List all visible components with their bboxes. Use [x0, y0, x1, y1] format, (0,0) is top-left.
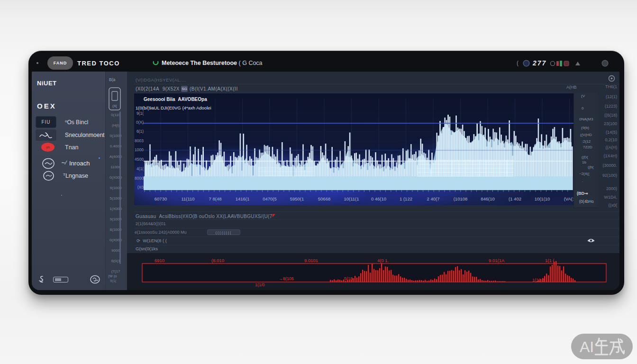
- svg-text:10(1(10: 10(1(10: [535, 196, 550, 201]
- svg-text:1(10 8: 1(10 8: [532, 278, 545, 282]
- svg-text:50668: 50668: [318, 196, 330, 201]
- svg-text:9.01(1A: 9.01(1A: [489, 258, 505, 263]
- svg-text:10(11(1: 10(11(1: [344, 196, 359, 201]
- svg-text:846(10: 846(10: [481, 196, 495, 201]
- svg-text:8003: 8003: [135, 138, 144, 143]
- svg-text:→8(105: →8(105: [279, 276, 294, 281]
- svg-text:(VA(1: (VA(1: [564, 196, 573, 201]
- svg-text:Geesoooi Biia AAVOBEOpa: Geesoooi Biia AAVOBEOpa: [144, 97, 207, 102]
- svg-text:2 40(7: 2 40(7: [427, 196, 440, 201]
- svg-text:6(1): 6(1): [136, 129, 144, 134]
- svg-text:7 8(48: 7 8(48: [209, 196, 222, 201]
- svg-text:9.0101: 9.0101: [304, 258, 318, 263]
- svg-text:0(X): 0(X): [136, 120, 144, 125]
- svg-text:0470(5: 0470(5: [263, 196, 277, 201]
- svg-text:0 46(10: 0 46(10: [371, 196, 386, 201]
- svg-text:8000: 8000: [135, 176, 144, 181]
- svg-text:60730: 60730: [155, 196, 167, 201]
- svg-text:5(18: 5(18: [344, 276, 353, 281]
- svg-text:6910: 6910: [155, 258, 164, 263]
- svg-text:(10108: (10108: [454, 196, 468, 201]
- svg-text:(1 402: (1 402: [509, 196, 521, 201]
- svg-text:4(0 1.: 4(0 1.: [377, 258, 389, 263]
- svg-text:1(0(b/(9aUL DJI(E0VG (4*axh Ad: 1(0(b/(9aUL DJI(E0VG (4*axh Adoolei: [136, 105, 211, 110]
- svg-text:1000: 1000: [135, 147, 144, 152]
- svg-text:1(1/0: 1(1/0: [255, 282, 265, 287]
- svg-text:(8.010: (8.010: [211, 258, 224, 263]
- svg-text:4(1(: 4(1(: [136, 166, 144, 171]
- svg-text:11(110: 11(110: [181, 196, 194, 201]
- svg-text:1(1 (: 1(1 (: [545, 258, 555, 263]
- svg-text:1 (122: 1 (122: [400, 196, 412, 201]
- svg-text:(X0: (X0: [137, 185, 144, 190]
- svg-text:9(1(: 9(1(: [136, 111, 144, 116]
- svg-text:5950(1: 5950(1: [290, 196, 304, 201]
- svg-text:(X(: (X(: [112, 104, 117, 108]
- svg-text:4500: 4500: [135, 157, 144, 162]
- svg-text:1416(1: 1416(1: [236, 196, 250, 201]
